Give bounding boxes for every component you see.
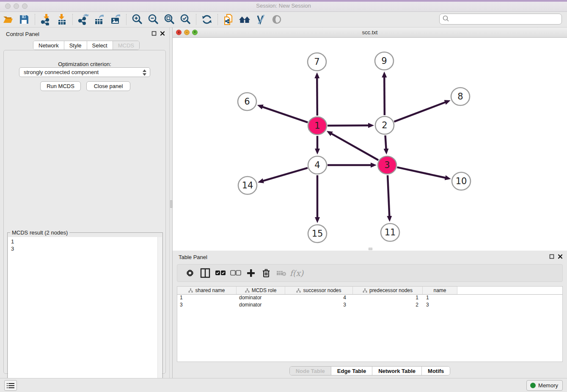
cell-name[interactable]: 1 — [423, 295, 457, 302]
node-label-14: 14 — [242, 180, 253, 190]
cell-MCDS-role[interactable]: dominator — [237, 295, 285, 302]
zoom-fit-icon[interactable] — [162, 13, 176, 26]
node-label-11: 11 — [385, 227, 396, 237]
open-session-icon[interactable] — [1, 13, 15, 26]
tab-node-table[interactable]: Node Table — [290, 367, 331, 375]
sort-hierarchy-icon — [296, 288, 301, 293]
delete-column-icon[interactable] — [259, 266, 274, 280]
import-table-icon[interactable] — [55, 13, 69, 26]
home-icon[interactable] — [237, 13, 252, 26]
criterion-value: strongly connected component — [24, 69, 99, 75]
tab-network-table[interactable]: Network Table — [372, 367, 422, 375]
run-mcds-button[interactable]: Run MCDS — [40, 81, 81, 91]
dropdown-stepper-icon — [142, 69, 147, 77]
tab-edge-table[interactable]: Edge Table — [331, 367, 372, 375]
zoom-selected-icon[interactable] — [178, 13, 193, 26]
cell-name[interactable]: 3 — [423, 302, 457, 309]
edge-1-7[interactable] — [317, 78, 317, 116]
select-all-icon[interactable] — [213, 266, 228, 280]
delete-table-icon — [274, 266, 289, 280]
cell-predecessor-nodes[interactable]: 1 — [353, 295, 423, 302]
optimization-criterion-label: Optimization criterion: — [4, 61, 165, 67]
edge-2-9[interactable] — [384, 77, 385, 115]
close-panel-button[interactable]: Close panel — [86, 81, 130, 91]
window-titlebar: Session: New Session — [0, 0, 567, 12]
edge-1-6[interactable] — [262, 107, 308, 122]
edge-4-14[interactable] — [263, 168, 307, 181]
column-header-label: predecessor nodes — [369, 287, 413, 293]
network-view-window: x - + scc.txt 7968124314101511 — [173, 28, 567, 251]
column-header-predecessor-nodes[interactable]: predecessor nodes — [353, 287, 423, 294]
control-panel-tabs: NetworkStyleSelectMCDS — [33, 41, 140, 50]
export-network-icon[interactable] — [76, 13, 91, 26]
float-table-panel-icon[interactable] — [549, 254, 554, 260]
tab-mcds[interactable]: MCDS — [113, 41, 139, 50]
column-header-shared-name[interactable]: shared name — [177, 287, 237, 294]
network-window-titlebar[interactable]: x - + scc.txt — [173, 28, 567, 38]
gear-icon[interactable] — [182, 266, 198, 280]
cell-successor-nodes[interactable]: 4 — [285, 295, 353, 302]
cell-shared-name[interactable]: 1 — [177, 295, 237, 302]
search-input[interactable] — [439, 14, 562, 25]
panel-splitter[interactable] — [169, 28, 173, 378]
column-header-label: MCDS role — [252, 287, 277, 293]
add-column-icon[interactable] — [243, 266, 259, 280]
toolbar-separator — [126, 14, 127, 25]
edge-3-1[interactable] — [331, 134, 378, 160]
edge-1-2[interactable] — [328, 125, 369, 126]
close-panel-icon[interactable] — [160, 31, 165, 37]
zoom-in-icon[interactable] — [130, 13, 144, 26]
tab-style[interactable]: Style — [64, 41, 87, 50]
duplicate-network-icon[interactable] — [221, 13, 236, 26]
export-table-icon[interactable] — [92, 13, 107, 26]
edge-3-10[interactable] — [397, 167, 445, 178]
deselect-all-icon[interactable] — [228, 266, 243, 280]
cell-successor-nodes[interactable]: 3 — [285, 302, 353, 309]
cell-predecessor-nodes[interactable]: 2 — [353, 302, 423, 309]
cell-shared-name[interactable]: 3 — [177, 302, 237, 309]
task-history-button[interactable] — [4, 380, 17, 391]
column-header-label: successor nodes — [303, 287, 341, 293]
column-browser-icon[interactable] — [198, 266, 213, 280]
sort-hierarchy-icon — [363, 288, 367, 293]
status-bar: Memory — [0, 378, 567, 392]
network-graph[interactable]: 7968124314101511 — [173, 38, 567, 251]
table-panel-titlebar: Table Panel — [173, 251, 567, 262]
function-builder-label: f(x) — [290, 268, 304, 278]
canvas-resize-grip[interactable] — [369, 248, 372, 250]
table-panel: Table Panel — [173, 251, 567, 378]
import-network-icon[interactable] — [39, 13, 53, 26]
zoom-out-icon[interactable] — [146, 13, 160, 26]
vizmapper-icon[interactable] — [253, 13, 268, 26]
criterion-dropdown[interactable]: strongly connected component — [19, 67, 150, 77]
tab-network[interactable]: Network — [33, 41, 64, 50]
column-header-MCDS-role[interactable]: MCDS role — [237, 287, 285, 294]
node-table[interactable]: shared nameMCDS rolesuccessor nodesprede… — [177, 286, 563, 362]
network-canvas[interactable]: 7968124314101511 — [173, 38, 567, 251]
close-table-panel-icon[interactable] — [558, 254, 563, 260]
table-toolbar: f(x) — [177, 264, 563, 282]
mcds-result-textarea[interactable]: 1 3 — [8, 237, 162, 392]
edge-2-3[interactable] — [385, 135, 386, 149]
edge-2-8[interactable] — [394, 102, 445, 121]
result-scrollbar[interactable] — [157, 237, 162, 392]
cell-MCDS-role[interactable]: dominator — [237, 302, 285, 309]
node-label-8: 8 — [457, 91, 463, 102]
save-session-icon[interactable] — [17, 13, 31, 26]
node-label-10: 10 — [456, 176, 467, 186]
tab-select[interactable]: Select — [87, 41, 113, 50]
column-header-label: shared name — [195, 287, 225, 293]
export-image-icon[interactable] — [108, 13, 123, 26]
splitter-grip[interactable] — [170, 200, 172, 208]
column-header-successor-nodes[interactable]: successor nodes — [285, 287, 353, 294]
table-row[interactable]: 1dominator411 — [177, 295, 562, 302]
column-header-name[interactable]: name — [423, 287, 457, 294]
sort-hierarchy-icon — [188, 288, 193, 293]
search-field[interactable] — [450, 15, 561, 23]
tab-motifs[interactable]: Motifs — [422, 367, 450, 375]
float-panel-icon[interactable] — [151, 31, 157, 37]
memory-button[interactable]: Memory — [526, 380, 563, 391]
table-row[interactable]: 3dominator323 — [177, 302, 562, 309]
refresh-icon[interactable] — [200, 13, 214, 26]
edge-3-11[interactable] — [388, 175, 389, 216]
